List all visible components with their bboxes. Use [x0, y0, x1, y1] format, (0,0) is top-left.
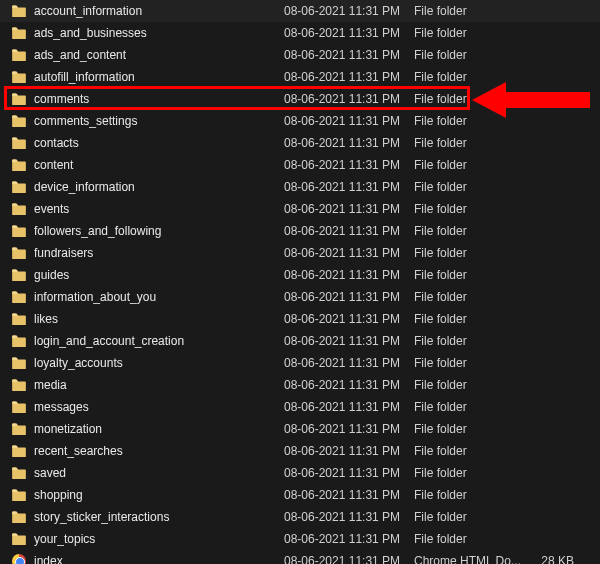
file-type: File folder: [414, 4, 524, 18]
folder-icon: [12, 93, 26, 105]
file-name: contacts: [34, 136, 284, 150]
folder-icon: [12, 379, 26, 391]
file-row[interactable]: your_topics08-06-2021 11:31 PMFile folde…: [0, 528, 600, 550]
file-type: File folder: [414, 224, 524, 238]
file-row[interactable]: followers_and_following08-06-2021 11:31 …: [0, 220, 600, 242]
file-row[interactable]: account_information08-06-2021 11:31 PMFi…: [0, 0, 600, 22]
file-row[interactable]: contacts08-06-2021 11:31 PMFile folder: [0, 132, 600, 154]
file-date: 08-06-2021 11:31 PM: [284, 48, 414, 62]
file-row[interactable]: messages08-06-2021 11:31 PMFile folder: [0, 396, 600, 418]
file-row[interactable]: loyalty_accounts08-06-2021 11:31 PMFile …: [0, 352, 600, 374]
file-type: File folder: [414, 444, 524, 458]
file-date: 08-06-2021 11:31 PM: [284, 158, 414, 172]
file-name: login_and_account_creation: [34, 334, 284, 348]
folder-icon: [12, 357, 26, 369]
file-type: File folder: [414, 422, 524, 436]
file-list: account_information08-06-2021 11:31 PMFi…: [0, 0, 600, 564]
file-name: ads_and_businesses: [34, 26, 284, 40]
file-row[interactable]: recent_searches08-06-2021 11:31 PMFile f…: [0, 440, 600, 462]
file-name: followers_and_following: [34, 224, 284, 238]
chrome-icon: [12, 554, 26, 564]
folder-icon: [12, 71, 26, 83]
file-type: File folder: [414, 268, 524, 282]
file-size: 28 KB: [524, 554, 584, 564]
file-date: 08-06-2021 11:31 PM: [284, 466, 414, 480]
file-date: 08-06-2021 11:31 PM: [284, 136, 414, 150]
folder-icon: [12, 401, 26, 413]
folder-icon: [12, 225, 26, 237]
file-row[interactable]: monetization08-06-2021 11:31 PMFile fold…: [0, 418, 600, 440]
file-type: File folder: [414, 26, 524, 40]
folder-icon: [12, 269, 26, 281]
file-row[interactable]: login_and_account_creation08-06-2021 11:…: [0, 330, 600, 352]
file-name: recent_searches: [34, 444, 284, 458]
file-row[interactable]: media08-06-2021 11:31 PMFile folder: [0, 374, 600, 396]
folder-icon: [12, 159, 26, 171]
file-row[interactable]: ads_and_content08-06-2021 11:31 PMFile f…: [0, 44, 600, 66]
file-date: 08-06-2021 11:31 PM: [284, 378, 414, 392]
file-type: File folder: [414, 466, 524, 480]
file-date: 08-06-2021 11:31 PM: [284, 92, 414, 106]
file-type: File folder: [414, 202, 524, 216]
file-type: File folder: [414, 92, 524, 106]
file-row[interactable]: comments_settings08-06-2021 11:31 PMFile…: [0, 110, 600, 132]
file-type: File folder: [414, 114, 524, 128]
file-date: 08-06-2021 11:31 PM: [284, 400, 414, 414]
file-name: autofill_information: [34, 70, 284, 84]
file-row[interactable]: fundraisers08-06-2021 11:31 PMFile folde…: [0, 242, 600, 264]
file-date: 08-06-2021 11:31 PM: [284, 554, 414, 564]
file-row[interactable]: device_information08-06-2021 11:31 PMFil…: [0, 176, 600, 198]
file-date: 08-06-2021 11:31 PM: [284, 488, 414, 502]
file-type: File folder: [414, 312, 524, 326]
file-type: File folder: [414, 532, 524, 546]
file-name: your_topics: [34, 532, 284, 546]
file-type: File folder: [414, 246, 524, 260]
file-name: device_information: [34, 180, 284, 194]
file-date: 08-06-2021 11:31 PM: [284, 202, 414, 216]
file-name: monetization: [34, 422, 284, 436]
file-name: media: [34, 378, 284, 392]
file-row[interactable]: shopping08-06-2021 11:31 PMFile folder: [0, 484, 600, 506]
file-date: 08-06-2021 11:31 PM: [284, 180, 414, 194]
file-name: content: [34, 158, 284, 172]
file-date: 08-06-2021 11:31 PM: [284, 510, 414, 524]
file-date: 08-06-2021 11:31 PM: [284, 532, 414, 546]
folder-icon: [12, 115, 26, 127]
folder-icon: [12, 5, 26, 17]
file-name: saved: [34, 466, 284, 480]
file-type: File folder: [414, 334, 524, 348]
file-name: events: [34, 202, 284, 216]
folder-icon: [12, 335, 26, 347]
file-type: File folder: [414, 510, 524, 524]
file-row[interactable]: comments08-06-2021 11:31 PMFile folder: [0, 88, 600, 110]
file-name: account_information: [34, 4, 284, 18]
file-date: 08-06-2021 11:31 PM: [284, 444, 414, 458]
folder-icon: [12, 27, 26, 39]
file-type: File folder: [414, 488, 524, 502]
file-row[interactable]: likes08-06-2021 11:31 PMFile folder: [0, 308, 600, 330]
file-date: 08-06-2021 11:31 PM: [284, 114, 414, 128]
file-date: 08-06-2021 11:31 PM: [284, 246, 414, 260]
file-row[interactable]: events08-06-2021 11:31 PMFile folder: [0, 198, 600, 220]
file-row[interactable]: story_sticker_interactions08-06-2021 11:…: [0, 506, 600, 528]
file-type: File folder: [414, 48, 524, 62]
file-type: File folder: [414, 158, 524, 172]
file-row[interactable]: information_about_you08-06-2021 11:31 PM…: [0, 286, 600, 308]
file-type: File folder: [414, 70, 524, 84]
file-date: 08-06-2021 11:31 PM: [284, 356, 414, 370]
file-name: comments_settings: [34, 114, 284, 128]
folder-icon: [12, 313, 26, 325]
file-row[interactable]: autofill_information08-06-2021 11:31 PMF…: [0, 66, 600, 88]
file-row[interactable]: saved08-06-2021 11:31 PMFile folder: [0, 462, 600, 484]
folder-icon: [12, 247, 26, 259]
file-name: information_about_you: [34, 290, 284, 304]
file-row[interactable]: content08-06-2021 11:31 PMFile folder: [0, 154, 600, 176]
folder-icon: [12, 445, 26, 457]
file-name: fundraisers: [34, 246, 284, 260]
file-row[interactable]: index08-06-2021 11:31 PMChrome HTML Do..…: [0, 550, 600, 564]
file-row[interactable]: guides08-06-2021 11:31 PMFile folder: [0, 264, 600, 286]
file-date: 08-06-2021 11:31 PM: [284, 290, 414, 304]
folder-icon: [12, 423, 26, 435]
folder-icon: [12, 137, 26, 149]
file-row[interactable]: ads_and_businesses08-06-2021 11:31 PMFil…: [0, 22, 600, 44]
